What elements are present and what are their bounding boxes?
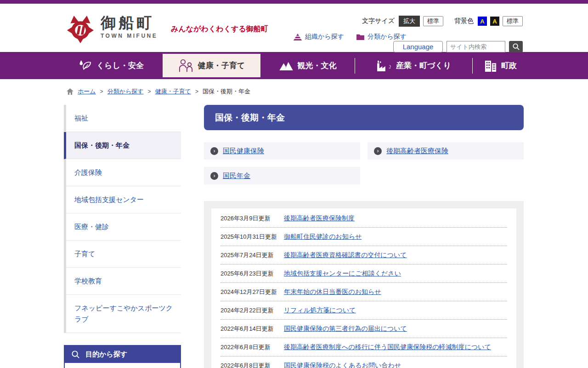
nav-item-health-childcare[interactable]: 健康・子育て (163, 54, 260, 77)
news-date: 2025年10月31日更新 (220, 233, 284, 241)
news-date: 2026年3月9日更新 (220, 214, 284, 223)
sidebar-item-nursing-insurance[interactable]: 介護保険 (64, 159, 181, 186)
bg-color-black-button[interactable]: A (490, 17, 499, 26)
page-title: 国保・後期・年金 (204, 105, 524, 130)
page-content: 福祉 国保・後期・年金 介護保険 地域包括支援センター 医療・健診 子育て 学校… (64, 105, 588, 368)
bg-color-label: 背景色 (454, 17, 474, 25)
news-date: 2024年12月27日更新 (220, 288, 284, 296)
breadcrumb: ホーム > 分類から探す > 健康・子育て > 国保・後期・年金 (67, 87, 588, 96)
news-date: 2025年6月23日更新 (220, 270, 284, 278)
sidebar-item-welfare[interactable]: 福祉 (64, 105, 181, 132)
news-row: 2025年10月31日更新 御船町住民健診のお知らせ (220, 228, 507, 246)
site-search-input[interactable] (447, 41, 505, 52)
news-link[interactable]: 国民健康保険の第三者行為の届出について (284, 325, 407, 333)
pyramid-icon (293, 33, 302, 41)
folder-icon (356, 33, 365, 40)
news-link[interactable]: 御船町住民健診のお知らせ (284, 233, 362, 241)
font-size-label: 文字サイズ (362, 17, 395, 25)
sidebar-item-sports-club[interactable]: フネッピーすこやかスポーツクラブ (64, 295, 181, 333)
breadcrumb-health-link[interactable]: 健康・子育て (155, 87, 191, 96)
breadcrumb-home-link[interactable]: ホーム (78, 87, 96, 96)
purpose-item-find-by-category[interactable]: 分類から探す (65, 363, 180, 368)
sidebar: 福祉 国保・後期・年金 介護保険 地域包括支援センター 医療・健診 子育て 学校… (64, 105, 181, 368)
news-date: 2025年7月24日更新 (220, 251, 284, 259)
language-button[interactable]: Language (393, 41, 443, 52)
sidebar-item-childcare[interactable]: 子育て (64, 241, 181, 268)
sidebar-item-community-support-center[interactable]: 地域包括支援センター (64, 186, 181, 213)
category-link-grid: › 国民健康保険 › 後期高齢者医療保険 › 国民年金 (204, 142, 524, 184)
news-link[interactable]: 後期高齢者医療保険制度 (284, 214, 355, 223)
news-date: 2022年6月8日更新 (220, 343, 284, 351)
chevron-right-circle-icon: › (210, 172, 218, 180)
site-title-en: TOWN MIFUNE (101, 33, 158, 39)
bg-color-blue-button[interactable]: A (478, 17, 487, 26)
news-link[interactable]: 国民健康保険税のよくあるお問い合わせ (284, 362, 401, 368)
search-icon (512, 43, 520, 51)
news-row: 2022年6月14日更新 国民健康保険の第三者行為の届出について (220, 320, 507, 338)
news-row: 2022年6月8日更新 国民健康保険税のよくあるお問い合わせ (220, 356, 507, 368)
news-date: 2024年2月22日更新 (220, 306, 284, 315)
category-link-late-elderly-medical[interactable]: 後期高齢者医療保険 (386, 147, 448, 155)
news-date: 2022年6月8日更新 (220, 362, 284, 368)
breadcrumb-separator: > (148, 88, 151, 95)
site-logo[interactable]: 御船町 TOWN MIFUNE (67, 15, 158, 43)
category-box-national-pension: › 国民年金 (204, 167, 360, 184)
chevron-right-circle-icon: › (210, 147, 218, 155)
accessibility-controls: 文字サイズ 拡大 標準 背景色 A A 標準 (362, 16, 523, 27)
sidebar-item-insurance-pension[interactable]: 国保・後期・年金 (64, 132, 181, 159)
news-link[interactable]: リフィル処方箋について (284, 306, 356, 315)
breadcrumb-current: 国保・後期・年金 (203, 87, 250, 96)
top-accent-bar (0, 0, 588, 4)
site-tagline: みんながわくわくする御船町 (171, 24, 268, 34)
news-list: 2026年3月9日更新 後期高齢者医療保険制度 2025年10月31日更新 御船… (211, 208, 516, 368)
chevron-right-circle-icon: › (374, 147, 382, 155)
news-row: 2026年3月9日更新 後期高齢者医療保険制度 (220, 209, 507, 228)
news-link[interactable]: 後期高齢者医療制度への移行に伴う国民健康保険税の軽減制度について (284, 343, 491, 351)
news-date: 2022年6月14日更新 (220, 325, 284, 333)
bg-color-standard-button[interactable]: 標準 (503, 16, 523, 26)
sidebar-item-medical-checkup[interactable]: 医療・健診 (64, 213, 181, 241)
nav-item-industry-townbuilding[interactable]: 産業・町づくり (355, 52, 472, 79)
main-column: 国保・後期・年金 › 国民健康保険 › 後期高齢者医療保険 › 国民年金 202… (204, 105, 524, 368)
search-area: Language (393, 41, 523, 52)
home-icon (67, 88, 74, 95)
site-header: 御船町 TOWN MIFUNE みんながわくわくする御船町 文字サイズ 拡大 標… (0, 4, 588, 52)
news-list-container: 2026年3月9日更新 後期高齢者医療保険制度 2025年10月31日更新 御船… (204, 201, 524, 368)
news-row: 2022年6月8日更新 後期高齢者医療制度への移行に伴う国民健康保険税の軽減制度… (220, 338, 507, 356)
news-row: 2024年12月27日更新 年末年始の休日当番医のお知らせ (220, 283, 507, 301)
breadcrumb-separator: > (100, 88, 103, 95)
font-size-standard-button[interactable]: 標準 (423, 16, 443, 26)
nav-item-tourism-culture[interactable]: 観光・文化 (260, 52, 355, 79)
find-by-purpose-header: 目的から探す (65, 346, 180, 363)
nav-item-living-safety[interactable]: くらし・安全 (60, 52, 163, 79)
category-link-national-health-insurance[interactable]: 国民健康保険 (223, 147, 264, 155)
search-icon (71, 350, 80, 359)
family-icon (178, 59, 194, 73)
category-box-late-elderly-medical: › 後期高齢者医療保険 (368, 142, 524, 160)
main-navigation: くらし・安全 健康・子育て 観光・文化 (0, 52, 588, 79)
quick-find-links: 組織から探す 分類から探す (293, 33, 407, 41)
news-link[interactable]: 後期高齢者医療資格確認書の交付について (284, 251, 407, 259)
news-row: 2025年6月23日更新 地域包括支援センターにご相談ください (220, 264, 507, 283)
building-icon (484, 60, 497, 72)
breadcrumb-category-link[interactable]: 分類から探す (107, 87, 144, 96)
town-emblem-icon (67, 15, 94, 43)
find-by-purpose-box: 目的から探す 分類から探す (64, 345, 181, 368)
font-size-expand-button[interactable]: 拡大 (399, 16, 420, 27)
find-by-organization-link[interactable]: 組織から探す (293, 33, 344, 41)
breadcrumb-separator: > (195, 88, 198, 95)
category-box-national-health-insurance: › 国民健康保険 (204, 142, 360, 160)
search-submit-button[interactable] (509, 41, 523, 52)
leaf-drop-icon (79, 60, 92, 72)
news-link[interactable]: 地域包括支援センターにご相談ください (284, 270, 401, 278)
site-title: 御船町 (101, 15, 158, 31)
factory-icon (376, 60, 392, 72)
news-row: 2024年2月22日更新 リフィル処方箋について (220, 301, 507, 320)
sidebar-item-school-education[interactable]: 学校教育 (64, 268, 181, 295)
news-row: 2025年7月24日更新 後期高齢者医療資格確認書の交付について (220, 246, 507, 264)
news-link[interactable]: 年末年始の休日当番医のお知らせ (284, 288, 381, 296)
mountains-icon (279, 61, 294, 71)
find-by-category-link[interactable]: 分類から探す (356, 33, 407, 41)
category-link-national-pension[interactable]: 国民年金 (223, 172, 250, 180)
nav-item-town-government[interactable]: 町政 (473, 52, 528, 79)
